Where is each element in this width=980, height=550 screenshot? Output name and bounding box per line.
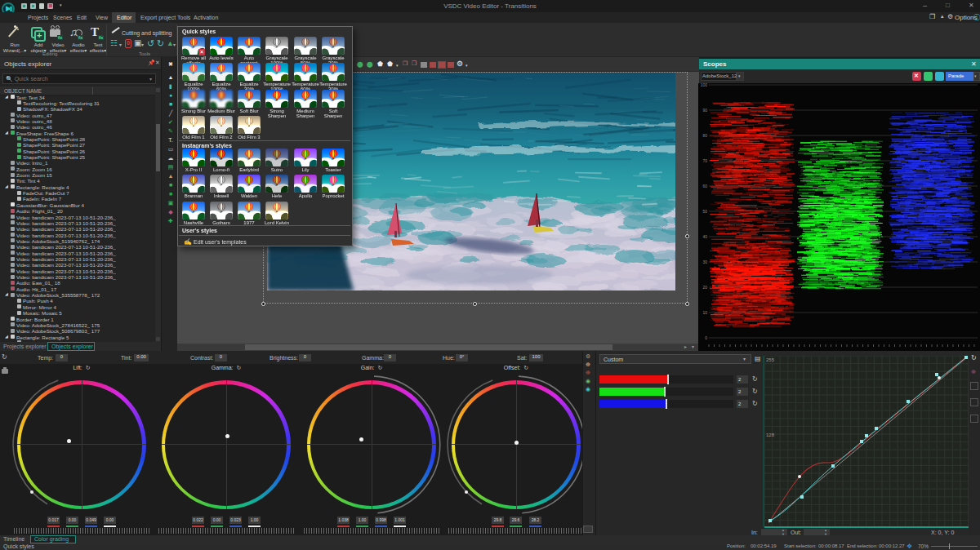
svg-text:30: 30	[702, 259, 707, 264]
svg-text:80: 80	[702, 133, 707, 138]
svg-text:100: 100	[701, 83, 708, 87]
svg-text:70: 70	[702, 158, 707, 163]
svg-text:20: 20	[702, 285, 707, 290]
svg-text:10: 10	[702, 310, 707, 315]
svg-text:60: 60	[702, 184, 707, 189]
svg-text:0: 0	[705, 335, 707, 340]
svg-text:90: 90	[702, 108, 707, 113]
svg-text:40: 40	[702, 234, 707, 239]
svg-text:50: 50	[702, 209, 707, 214]
